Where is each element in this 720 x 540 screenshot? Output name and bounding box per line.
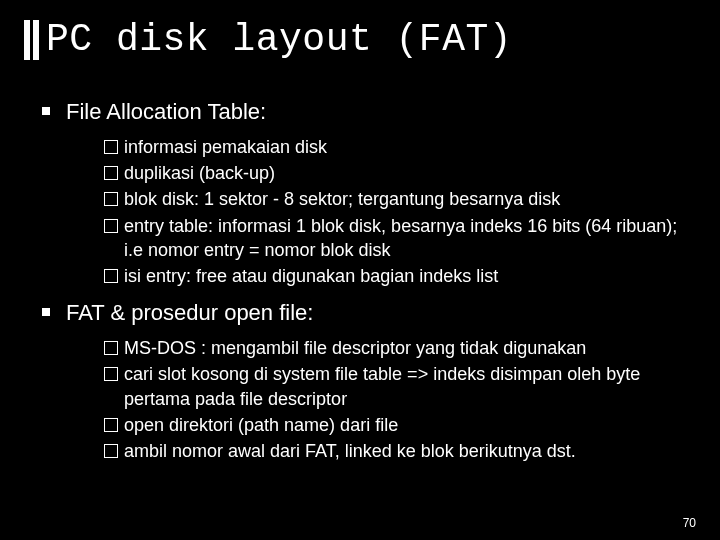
section-list: MS-DOS : mengambil file descriptor yang … [42, 336, 696, 463]
slide: PC disk layout (FAT) File Allocation Tab… [0, 0, 720, 540]
list-item: MS-DOS : mengambil file descriptor yang … [104, 336, 696, 360]
title-row: PC disk layout (FAT) [24, 18, 696, 61]
list-item: duplikasi (back-up) [104, 161, 696, 185]
list-item: blok disk: 1 sektor - 8 sektor; tergantu… [104, 187, 696, 211]
list-item: entry table: informasi 1 blok disk, besa… [104, 214, 696, 263]
slide-title: PC disk layout (FAT) [46, 18, 512, 61]
list-item: informasi pemakaian disk [104, 135, 696, 159]
list-item: open direktori (path name) dari file [104, 413, 696, 437]
title-decor-bars [24, 20, 39, 60]
section-heading: FAT & prosedur open file: [42, 298, 696, 328]
list-item: cari slot kosong di system file table =>… [104, 362, 696, 411]
list-item: ambil nomor awal dari FAT, linked ke blo… [104, 439, 696, 463]
list-item: isi entry: free atau digunakan bagian in… [104, 264, 696, 288]
section-heading: File Allocation Table: [42, 97, 696, 127]
page-number: 70 [683, 516, 696, 530]
section-list: informasi pemakaian disk duplikasi (back… [42, 135, 696, 289]
slide-body: File Allocation Table: informasi pemakai… [24, 97, 696, 464]
